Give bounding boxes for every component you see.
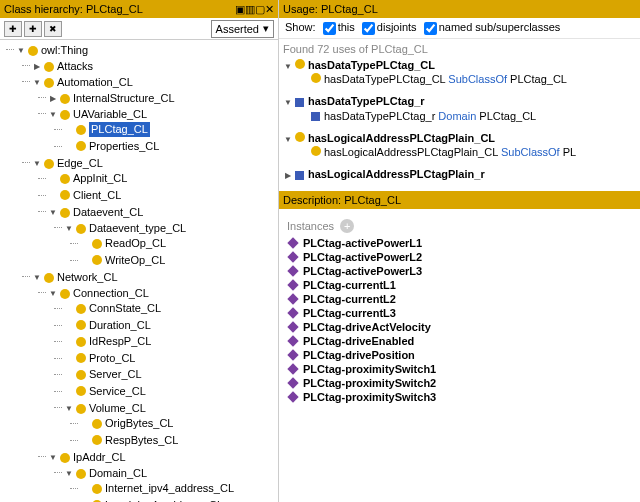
tree-node[interactable]: Connection_CL xyxy=(73,286,149,301)
left-header-icons[interactable]: ▣▥▢✕ xyxy=(235,0,274,18)
toggle-icon[interactable]: ▼ xyxy=(283,98,293,108)
instance-label: PLCtag-proximitySwitch2 xyxy=(303,377,436,389)
right-pane: Usage: PLCtag_CL Show: this disjoints na… xyxy=(279,0,640,502)
instance-row[interactable]: PLCtag-currentL3 xyxy=(287,307,632,319)
toggle-icon[interactable]: ▼ xyxy=(64,469,74,479)
instance-row[interactable]: PLCtag-driveEnabled xyxy=(287,335,632,347)
delete-class-btn[interactable]: ✖ xyxy=(44,21,62,37)
usage-entry[interactable]: hasLogicalAddressPLCtagPlain_r xyxy=(308,168,485,180)
tree-node[interactable]: Duration_CL xyxy=(89,318,151,333)
toggle-icon[interactable]: ▼ xyxy=(283,61,293,71)
toggle-icon[interactable]: ▼ xyxy=(64,224,74,234)
description-header: Description: PLCtag_CL xyxy=(279,191,640,209)
left-pane: Class hierarchy: PLCtag_CL ▣▥▢✕ ✚ ✚ ✖ As… xyxy=(0,0,279,502)
instance-row[interactable]: PLCtag-proximitySwitch3 xyxy=(287,391,632,403)
class-icon xyxy=(92,419,102,429)
class-icon xyxy=(60,208,70,218)
tree-node[interactable]: Network_CL xyxy=(57,270,118,285)
tree-node[interactable]: UAVariable_CL xyxy=(73,107,147,122)
class-icon xyxy=(76,125,86,135)
dropdown-label: Asserted xyxy=(216,23,259,35)
tree-node[interactable]: AppInit_CL xyxy=(73,171,127,186)
instance-row[interactable]: PLCtag-activePowerL2 xyxy=(287,251,632,263)
tree-node[interactable]: Edge_CL xyxy=(57,156,103,171)
toggle-icon[interactable]: ▼ xyxy=(48,208,58,218)
toggle-icon[interactable]: ▶ xyxy=(48,94,58,104)
instance-label: PLCtag-drivePosition xyxy=(303,349,415,361)
tree-node[interactable]: Internet_ipv4_address_CL xyxy=(105,481,234,496)
instance-row[interactable]: PLCtag-currentL2 xyxy=(287,293,632,305)
add-sibling-btn[interactable]: ✚ xyxy=(24,21,42,37)
tree-node[interactable]: Properties_CL xyxy=(89,139,159,154)
toggle-icon[interactable]: ▼ xyxy=(32,78,42,88)
tree-node[interactable]: Domain_CL xyxy=(89,466,147,481)
tree-node[interactable]: IpAddr_CL xyxy=(73,450,126,465)
property-icon xyxy=(295,171,304,180)
toggle-icon[interactable]: ▶ xyxy=(32,62,42,72)
instance-row[interactable]: PLCtag-activePowerL1 xyxy=(287,237,632,249)
toggle-icon[interactable]: ▼ xyxy=(32,159,42,169)
asserted-dropdown[interactable]: Asserted ▾ xyxy=(211,20,274,38)
relation-label: Domain xyxy=(438,110,476,122)
class-icon xyxy=(76,141,86,151)
class-icon xyxy=(76,469,86,479)
individual-icon xyxy=(287,321,298,332)
individual-icon xyxy=(287,237,298,248)
instance-label: PLCtag-activePowerL3 xyxy=(303,265,422,277)
tree-node[interactable]: Automation_CL xyxy=(57,75,133,90)
tree-node[interactable]: Local_ipv4_address_CL xyxy=(105,498,223,503)
tree-node[interactable]: Attacks xyxy=(57,59,93,74)
toggle-icon[interactable]: ▼ xyxy=(48,453,58,463)
usage-entry[interactable]: hasDataTypePLCtag_CL xyxy=(308,59,435,71)
instance-row[interactable]: PLCtag-drivePosition xyxy=(287,349,632,361)
usage-entry[interactable]: hasLogicalAddressPLCtagPlain_CL xyxy=(308,132,495,144)
usage-target: PLCtag_CL xyxy=(510,73,567,85)
chk-named[interactable] xyxy=(424,22,437,35)
tree-node[interactable]: Dataevent_type_CL xyxy=(89,221,186,236)
tree-node[interactable]: WriteOp_CL xyxy=(105,253,165,268)
tree-node[interactable]: ReadOp_CL xyxy=(105,236,166,251)
individual-icon xyxy=(287,251,298,262)
tree-node[interactable]: Proto_CL xyxy=(89,351,135,366)
tree-node[interactable]: Dataevent_CL xyxy=(73,205,143,220)
toggle-icon[interactable]: ▼ xyxy=(48,289,58,299)
instance-row[interactable]: PLCtag-proximitySwitch1 xyxy=(287,363,632,375)
instance-row[interactable]: PLCtag-driveActVelocity xyxy=(287,321,632,333)
add-instance-btn[interactable]: + xyxy=(340,219,354,233)
tree-node[interactable]: owl:Thing xyxy=(41,43,88,58)
tree-node[interactable]: OrigBytes_CL xyxy=(105,416,173,431)
usage-body: Found 72 uses of PLCtag_CL ▼hasDataTypeP… xyxy=(279,39,640,185)
tree-node[interactable]: Volume_CL xyxy=(89,401,146,416)
class-tree[interactable]: ▼owl:Thing ▶Attacks ▼Automation_CL ▶Inte… xyxy=(0,40,278,502)
instance-row[interactable]: PLCtag-currentL1 xyxy=(287,279,632,291)
usage-entry[interactable]: hasDataTypePLCtag_r xyxy=(308,95,425,107)
tree-node[interactable]: Server_CL xyxy=(89,367,142,382)
toggle-icon[interactable]: ▶ xyxy=(283,171,293,181)
chk-disjoints[interactable] xyxy=(362,22,375,35)
tree-node[interactable]: InternalStructure_CL xyxy=(73,91,175,106)
tree-node[interactable]: Service_CL xyxy=(89,384,146,399)
toggle-icon[interactable]: ▼ xyxy=(283,134,293,144)
instance-label: PLCtag-activePowerL1 xyxy=(303,237,422,249)
chk-this[interactable] xyxy=(323,22,336,35)
class-icon xyxy=(60,94,70,104)
instance-row[interactable]: PLCtag-proximitySwitch2 xyxy=(287,377,632,389)
class-icon xyxy=(311,146,321,156)
toggle-icon[interactable]: ▼ xyxy=(48,110,58,120)
toggle-icon[interactable]: ▼ xyxy=(16,46,26,56)
instance-row[interactable]: PLCtag-activePowerL3 xyxy=(287,265,632,277)
class-icon xyxy=(44,159,54,169)
add-class-btn[interactable]: ✚ xyxy=(4,21,22,37)
instance-label: PLCtag-driveEnabled xyxy=(303,335,414,347)
tree-node[interactable]: RespBytes_CL xyxy=(105,433,178,448)
class-icon xyxy=(28,46,38,56)
toggle-icon[interactable]: ▼ xyxy=(32,273,42,283)
tree-node[interactable]: IdRespP_CL xyxy=(89,334,151,349)
class-icon xyxy=(60,174,70,184)
tree-node[interactable]: Client_CL xyxy=(73,188,121,203)
tree-node-selected[interactable]: PLCtag_CL xyxy=(89,122,150,137)
tree-node[interactable]: ConnState_CL xyxy=(89,301,161,316)
class-icon xyxy=(76,224,86,234)
toggle-icon[interactable]: ▼ xyxy=(64,404,74,414)
chk-this-label: this xyxy=(338,21,355,33)
